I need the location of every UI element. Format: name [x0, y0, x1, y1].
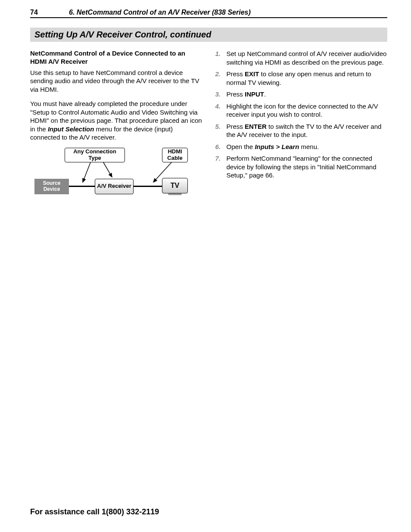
step-number: 5. — [215, 122, 227, 139]
key-exit: EXIT — [245, 70, 259, 78]
steps-list: 1. Set up NetCommand control of A/V rece… — [215, 50, 388, 180]
key-enter: ENTER — [245, 123, 267, 130]
step-4: 4. Highlight the icon for the device con… — [215, 102, 388, 119]
section-title: Setting Up A/V Receiver Control, continu… — [34, 30, 383, 40]
page-number: 74 — [30, 9, 69, 16]
svg-line-1 — [103, 162, 112, 177]
step-number: 4. — [215, 102, 227, 119]
text-b: . — [264, 90, 266, 98]
step-7: 7. Perform NetCommand "learning" for the… — [215, 154, 388, 180]
menu-path: Inputs > Learn — [255, 143, 299, 150]
diagram-line-2 — [133, 186, 163, 187]
diagram-hdmi-cable-box: HDMI Cable — [162, 148, 188, 162]
step-3: 3. Press INPUT. — [215, 90, 388, 99]
page-header: 74 6. NetCommand Control of an A/V Recei… — [30, 9, 387, 18]
diagram-any-connection-box: Any Connection Type — [65, 148, 125, 162]
para2-bold: Input Selection — [48, 125, 94, 133]
left-column: NetCommand Control of a Device Connected… — [30, 50, 202, 199]
diagram-av-receiver-box: A/V Receiver — [95, 179, 134, 194]
step-text: Highlight the icon for the device connec… — [227, 102, 388, 119]
step-6: 6. Open the Inputs > Learn menu. — [215, 143, 388, 151]
step-number: 2. — [215, 70, 227, 87]
step-number: 1. — [215, 50, 227, 66]
svg-line-0 — [83, 162, 90, 182]
step-text: Press INPUT. — [227, 90, 388, 99]
step-text: Open the Inputs > Learn menu. — [227, 143, 388, 151]
diagram-tv-box: TV — [162, 178, 188, 193]
text-a: Press — [227, 70, 245, 78]
diagram-line-1 — [68, 186, 96, 187]
paragraph-1: Use this setup to have NetCommand contro… — [30, 68, 202, 94]
step-1: 1. Set up NetCommand control of A/V rece… — [215, 50, 388, 66]
content-columns: NetCommand Control of a Device Connected… — [30, 50, 387, 199]
key-input: INPUT — [245, 90, 264, 98]
step-5: 5. Press ENTER to switch the TV to the A… — [215, 122, 388, 139]
chapter-title: 6. NetCommand Control of an A/V Receiver… — [69, 9, 251, 16]
right-column: 1. Set up NetCommand control of A/V rece… — [215, 50, 388, 199]
step-text: Press ENTER to switch the TV to the A/V … — [227, 122, 388, 139]
step-number: 3. — [215, 90, 227, 99]
diagram-source-device-box: Source Device — [34, 179, 69, 194]
section-title-bar: Setting Up A/V Receiver Control, continu… — [30, 28, 387, 42]
step-text: Press EXIT to close any open menus and r… — [227, 70, 388, 87]
step-text: Perform NetCommand "learning" for the co… — [227, 154, 388, 180]
text-a: Open the — [227, 143, 255, 150]
paragraph-2: You must have already completed the proc… — [30, 100, 202, 142]
step-2: 2. Press EXIT to close any open menus an… — [215, 70, 388, 87]
sub-heading: NetCommand Control of a Device Connected… — [30, 50, 202, 66]
step-text: Set up NetCommand control of A/V receive… — [227, 50, 388, 66]
text-a: Press — [227, 123, 245, 130]
text-a: Press — [227, 90, 245, 98]
step-number: 7. — [215, 154, 227, 180]
step-number: 6. — [215, 143, 227, 151]
footer-assistance: For assistance call 1(800) 332-2119 — [30, 507, 159, 516]
connection-diagram: Any Connection Type HDMI Cable Source De… — [34, 148, 198, 199]
text-b: menu. — [299, 143, 319, 150]
diagram-tv-base — [168, 193, 182, 195]
